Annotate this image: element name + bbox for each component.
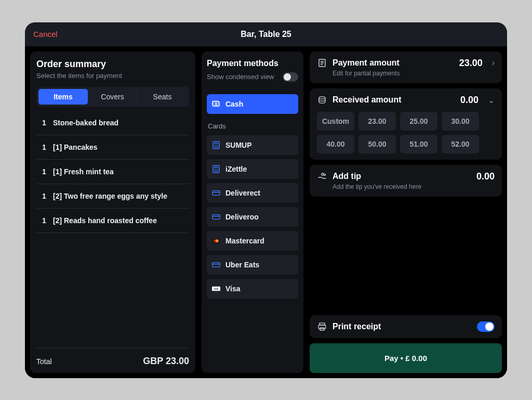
order-item-label: [1] Pancakes	[53, 143, 98, 151]
svg-rect-30	[318, 325, 326, 329]
order-item-label: Stone-baked bread	[53, 119, 118, 127]
payment-amount-panel[interactable]: Payment amount 23.00 › Edit for partial …	[310, 51, 502, 83]
payment-amount-value: 23.00	[459, 58, 483, 69]
received-amount-value: 0.00	[460, 95, 478, 106]
order-row[interactable]: 1 [1] Fresh mint tea	[36, 160, 189, 184]
order-item-label: [1] Fresh mint tea	[53, 167, 114, 176]
order-qty: 1	[38, 192, 50, 200]
pos-payment-window: Cancel Bar, Table 25 Order summary Selec…	[25, 22, 507, 378]
order-summary-sub: Select the items for payment	[36, 72, 189, 80]
chevron-right-icon: ›	[492, 58, 495, 68]
payment-method-label: SUMUP	[225, 141, 252, 149]
order-tabs: Items Covers Seats	[36, 87, 189, 107]
print-receipt-label: Print receipt	[332, 322, 381, 331]
pay-button[interactable]: Pay • £ 0.00	[310, 343, 502, 373]
card-reader-icon	[212, 165, 220, 173]
payment-method-label: Cash	[225, 100, 243, 108]
order-summary-heading: Order summary	[36, 59, 189, 70]
payment-method-izettle[interactable]: iZettle	[207, 159, 298, 179]
payment-method-cash[interactable]: Cash	[207, 94, 298, 114]
svg-point-28	[324, 174, 325, 175]
topbar: Cancel Bar, Table 25	[25, 22, 507, 46]
hand-coins-icon	[317, 171, 327, 182]
order-row[interactable]: 1 [2] Two free range eggs any style	[36, 184, 189, 209]
tab-covers[interactable]: Covers	[88, 89, 137, 105]
receipt-icon	[317, 58, 327, 68]
order-row[interactable]: 1 [2] Reads hand roasted coffee	[36, 209, 189, 233]
svg-point-27	[322, 173, 324, 175]
main-content: Order summary Select the items for payme…	[25, 46, 507, 378]
amount-button[interactable]: 23.00	[358, 112, 396, 131]
payment-amount-hint: Edit for partial payments	[332, 70, 495, 77]
svg-text:VISA: VISA	[214, 288, 219, 290]
amount-button[interactable]: 52.00	[442, 135, 479, 153]
svg-rect-8	[214, 166, 218, 169]
tab-seats[interactable]: Seats	[137, 89, 187, 105]
add-tip-hint: Add the tip you've received here	[332, 183, 495, 190]
order-row[interactable]: 1 [1] Pancakes	[36, 135, 189, 160]
amount-button[interactable]: 51.00	[400, 135, 437, 153]
card-reader-icon	[212, 141, 220, 149]
coins-icon	[317, 95, 327, 105]
received-amount-panel: Received amount 0.00 ⌄ Custom 23.00 25.0…	[310, 88, 502, 160]
condensed-toggle-row: Show condensed view	[207, 72, 298, 82]
add-tip-title: Add tip	[332, 172, 361, 181]
payment-methods-list: Cash Cards SUMUP iZettle	[207, 94, 298, 368]
amount-button[interactable]: 25.00	[400, 112, 437, 131]
order-total-row: Total GBP 23.00	[36, 348, 189, 367]
card-icon	[212, 261, 220, 268]
payment-methods-category: Cards	[207, 118, 298, 131]
payment-method-label: Deliveroo	[225, 213, 259, 221]
condensed-toggle[interactable]	[283, 72, 298, 82]
order-qty: 1	[38, 119, 50, 127]
payment-method-deliveroo[interactable]: Deliveroo	[207, 207, 298, 227]
payment-method-sumup[interactable]: SUMUP	[207, 135, 298, 155]
page-title: Bar, Table 25	[241, 30, 291, 39]
condensed-label: Show condensed view	[207, 73, 274, 81]
amount-button[interactable]: 30.00	[442, 112, 479, 131]
payment-amount-title: Payment amount	[332, 58, 400, 68]
print-receipt-toggle[interactable]	[477, 321, 495, 332]
amount-custom-button[interactable]: Custom	[317, 112, 354, 131]
card-icon	[212, 213, 220, 221]
order-list: 1 Stone-baked bread 1 [1] Pancakes 1 [1]…	[36, 111, 189, 348]
payment-methods-heading: Payment methods	[207, 59, 298, 68]
received-amount-grid: Custom 23.00 25.00 30.00 40.00 50.00 51.…	[317, 112, 495, 153]
order-qty: 1	[38, 167, 50, 176]
cash-icon	[212, 100, 220, 108]
order-total-label: Total	[36, 357, 52, 366]
payment-method-visa[interactable]: VISA Visa	[207, 279, 298, 299]
svg-point-2	[215, 103, 217, 105]
cancel-button[interactable]: Cancel	[33, 30, 58, 38]
payment-method-mastercard[interactable]: Mastercard	[207, 231, 298, 251]
payment-method-label: Mastercard	[225, 237, 264, 245]
print-receipt-panel: Print receipt	[310, 315, 502, 338]
chevron-down-icon[interactable]: ⌄	[488, 95, 495, 105]
svg-rect-4	[214, 143, 218, 145]
payment-method-label: iZettle	[225, 165, 247, 173]
right-column: Payment amount 23.00 › Edit for partial …	[310, 51, 502, 373]
mastercard-icon	[212, 237, 220, 244]
add-tip-panel[interactable]: Add tip 0.00 Add the tip you've received…	[310, 165, 502, 197]
order-item-label: [2] Reads hand roasted coffee	[53, 216, 157, 225]
visa-icon: VISA	[212, 285, 220, 292]
order-row[interactable]: 1 Stone-baked bread	[36, 111, 189, 135]
tab-items[interactable]: Items	[38, 89, 88, 105]
order-total-value: GBP 23.00	[143, 356, 189, 367]
payment-method-ubereats[interactable]: Uber Eats	[207, 255, 298, 275]
svg-point-26	[319, 97, 325, 99]
payment-method-deliverect[interactable]: Deliverect	[207, 183, 298, 203]
amount-button[interactable]: 50.00	[358, 135, 396, 153]
card-icon	[212, 189, 220, 197]
order-qty: 1	[38, 216, 50, 225]
order-item-label: [2] Two free range eggs any style	[53, 192, 167, 200]
payment-method-label: Uber Eats	[225, 261, 259, 269]
printer-icon	[317, 321, 327, 332]
payment-methods-panel: Payment methods Show condensed view Cash…	[202, 51, 303, 373]
payment-method-label: Deliverect	[225, 189, 260, 197]
svg-rect-18	[212, 262, 220, 267]
amount-button[interactable]: 40.00	[317, 135, 354, 153]
order-qty: 1	[38, 143, 50, 151]
add-tip-value: 0.00	[476, 171, 495, 182]
svg-rect-11	[212, 190, 220, 195]
